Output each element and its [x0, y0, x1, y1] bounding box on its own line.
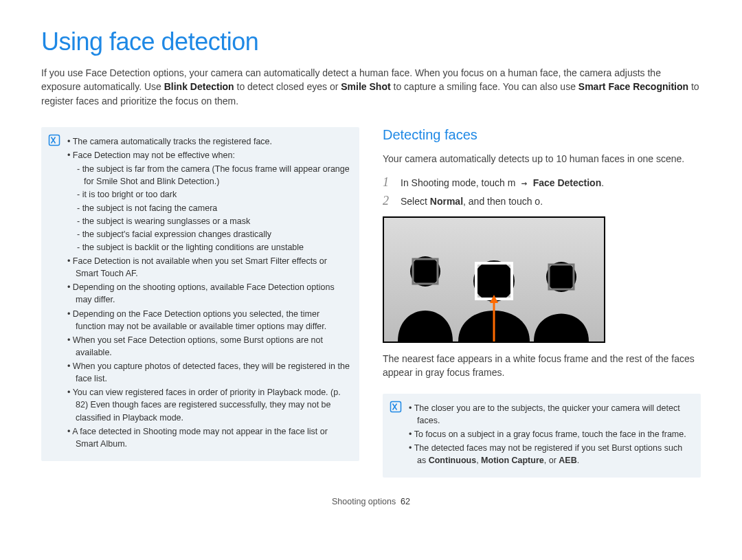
- note-subitem: the subject is far from the camera (The …: [67, 163, 350, 188]
- manual-page: Using face detection If you use Face Det…: [0, 0, 742, 520]
- section-paragraph: Your camera automatically detects up to …: [383, 153, 701, 166]
- page-footer: Shooting options 62: [41, 497, 701, 506]
- note-item: A face detected in Shooting mode may not…: [67, 425, 350, 450]
- footer-page-number: 62: [401, 497, 410, 506]
- note-item: When you capture photos of detected face…: [67, 360, 350, 385]
- note-icon: [48, 134, 60, 451]
- intro-text: to detect closed eyes or: [237, 81, 341, 92]
- note-item: The camera automatically tracks the regi…: [67, 135, 350, 148]
- intro-bold-smile: Smile Shot: [341, 81, 390, 92]
- note-item: The detected faces may not be registered…: [409, 442, 691, 467]
- arrow-icon: →: [515, 177, 532, 188]
- step-list: 1 In Shooting mode, touch m → Face Detec…: [383, 175, 701, 208]
- note-item: Face Detection is not available when you…: [67, 255, 350, 280]
- page-title: Using face detection: [41, 27, 701, 56]
- note-list: The closer you are to the subjects, the …: [409, 401, 691, 469]
- svg-rect-9: [391, 401, 401, 412]
- step-number: 2: [383, 194, 392, 208]
- note-item: To focus on a subject in a gray focus fr…: [409, 428, 691, 440]
- left-column: The camera automatically tracks the regi…: [41, 127, 359, 478]
- face-detection-figure: [383, 216, 605, 343]
- note-icon: [390, 401, 402, 469]
- note-item: Depending on the shooting options, avail…: [67, 281, 350, 306]
- menu-glyph: m: [508, 177, 516, 188]
- note-box-right: The closer you are to the subjects, the …: [383, 394, 701, 478]
- step-item: 2 Select Normal, and then touch o.: [383, 194, 701, 208]
- footer-section: Shooting options: [332, 497, 396, 506]
- step-text: Select Normal, and then touch o.: [401, 196, 543, 207]
- note-subitem: it is too bright or too dark: [67, 188, 350, 201]
- svg-rect-0: [49, 135, 60, 145]
- intro-text: to capture a smiling face. You can also …: [394, 81, 578, 92]
- note-subitem: the subject's facial expression changes …: [67, 228, 350, 240]
- right-column: Detecting faces Your camera automaticall…: [383, 127, 701, 478]
- note-subitem: the subject is not facing the camera: [67, 202, 350, 214]
- option-bold: Normal: [430, 196, 463, 207]
- note-item: Depending on the Face Detection options …: [67, 308, 350, 333]
- section-heading: Detecting faces: [383, 127, 701, 143]
- figure-caption: The nearest face appears in a white focu…: [383, 352, 701, 379]
- intro-bold-blink: Blink Detection: [164, 81, 234, 92]
- step-number: 1: [383, 175, 392, 190]
- note-item: When you set Face Detection options, som…: [67, 334, 350, 359]
- ok-glyph: o: [535, 196, 540, 207]
- note-item: You can view registered faces in order o…: [67, 386, 350, 423]
- note-subitem: the subject is wearing sunglasses or a m…: [67, 215, 350, 227]
- intro-paragraph: If you use Face Detection options, your …: [41, 66, 701, 108]
- step-item: 1 In Shooting mode, touch m → Face Detec…: [383, 175, 701, 190]
- svg-point-3: [546, 262, 576, 292]
- menu-path-bold: Face Detection: [533, 177, 602, 188]
- svg-point-1: [410, 256, 440, 287]
- note-box-left: The camera automatically tracks the regi…: [41, 127, 359, 461]
- note-subitem: the subject is backlit or the lighting c…: [67, 241, 350, 254]
- note-item: The closer you are to the subjects, the …: [409, 402, 691, 427]
- intro-bold-smart: Smart Face Recognition: [578, 81, 688, 92]
- note-item: Face Detection may not be effective when…: [67, 149, 350, 161]
- note-list: The camera automatically tracks the regi…: [67, 134, 350, 451]
- step-text: In Shooting mode, touch m → Face Detecti…: [401, 177, 604, 188]
